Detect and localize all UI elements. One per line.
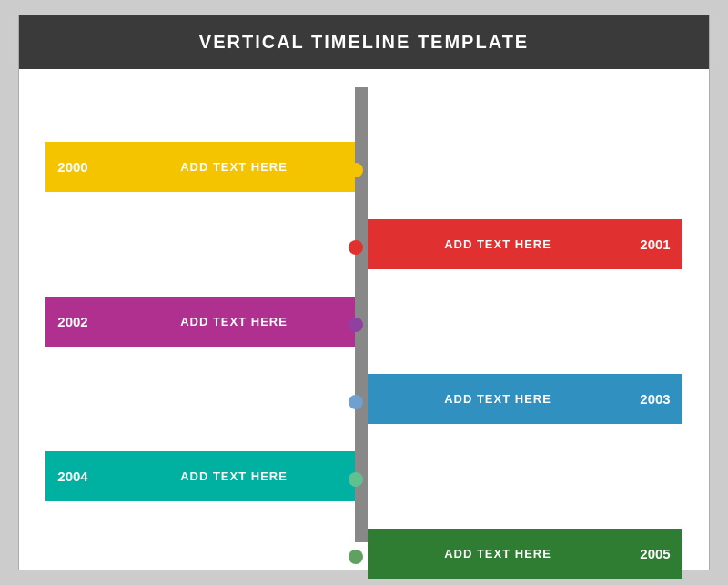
year-2002: 2002 — [46, 297, 100, 347]
text-2002: ADD TEXT HERE — [100, 297, 368, 347]
title-text: VERTICAL TIMELINE TEMPLATE — [199, 32, 529, 52]
right-inner-2003: ADD TEXT HERE 2003 — [368, 374, 682, 424]
timeline-row-2001: ADD TEXT HERE 2001 — [355, 219, 682, 269]
timeline-row-2003: ADD TEXT HERE 2003 — [355, 374, 682, 424]
text-2004: ADD TEXT HERE — [100, 451, 368, 501]
timeline-row-2005: ADD TEXT HERE 2005 — [355, 529, 682, 579]
text-2001: ADD TEXT HERE — [368, 219, 628, 269]
page: VERTICAL TIMELINE TEMPLATE 2000 ADD TEXT… — [18, 15, 710, 570]
timeline-row-2000: 2000 ADD TEXT HERE — [46, 142, 368, 192]
year-2005: 2005 — [628, 529, 682, 579]
text-2003: ADD TEXT HERE — [368, 374, 628, 424]
year-2003: 2003 — [628, 374, 682, 424]
timeline-container: 2000 ADD TEXT HERE ADD TEXT HERE 2001 — [46, 87, 682, 542]
dot-2003 — [349, 395, 363, 409]
text-2000: ADD TEXT HERE — [100, 142, 368, 192]
timeline-row-2002: 2002 ADD TEXT HERE — [46, 297, 368, 347]
year-2001: 2001 — [628, 219, 682, 269]
page-title: VERTICAL TIMELINE TEMPLATE — [19, 15, 709, 69]
text-2005: ADD TEXT HERE — [368, 529, 628, 579]
timeline-row-2004: 2004 ADD TEXT HERE — [46, 451, 368, 501]
dot-2000 — [349, 163, 363, 177]
right-inner-2001: ADD TEXT HERE 2001 — [368, 219, 682, 269]
dot-2002 — [349, 318, 363, 332]
dot-2001 — [349, 240, 363, 255]
dot-2005 — [349, 550, 363, 564]
year-2004: 2004 — [46, 451, 100, 501]
right-inner-2005: ADD TEXT HERE 2005 — [368, 529, 682, 579]
dot-2004 — [349, 472, 363, 487]
year-2000: 2000 — [46, 142, 100, 192]
